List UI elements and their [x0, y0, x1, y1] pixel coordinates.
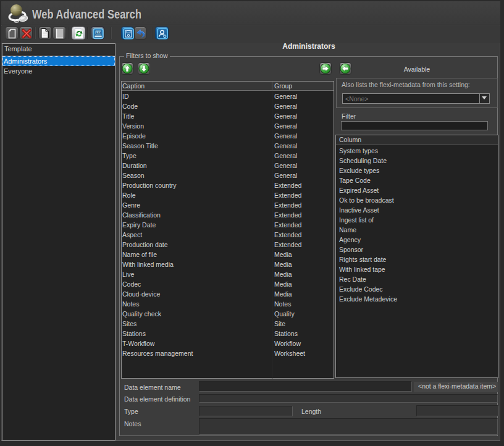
- svg-text:123: 123: [95, 31, 101, 35]
